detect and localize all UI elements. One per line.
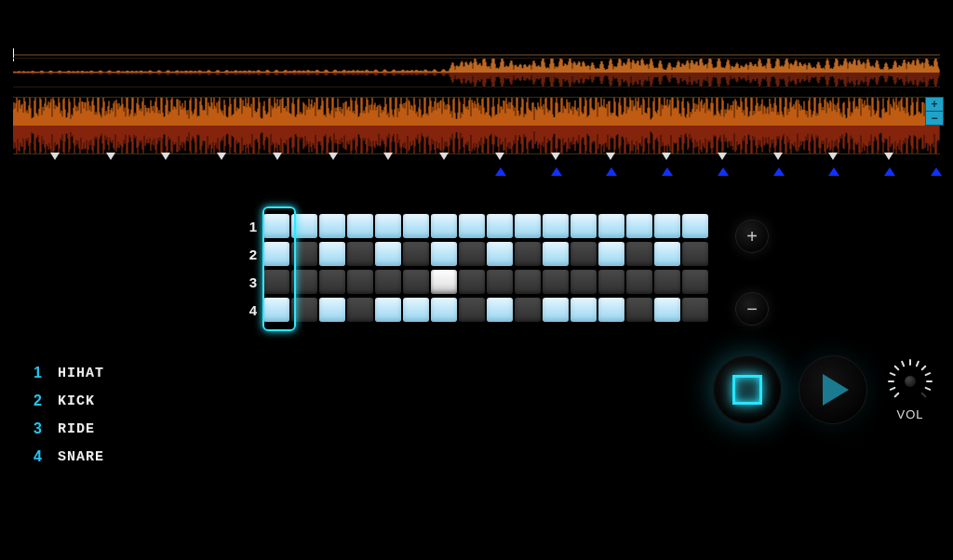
step-cell[interactable]	[347, 242, 373, 266]
beat-marker-down-icon	[884, 153, 893, 160]
step-cell[interactable]	[487, 214, 513, 238]
step-cell[interactable]	[515, 214, 541, 238]
beat-marker-up-icon	[931, 167, 942, 176]
step-cell[interactable]	[375, 242, 401, 266]
step-cell[interactable]	[459, 242, 485, 266]
row-number: 1	[244, 219, 257, 234]
step-cell[interactable]	[598, 298, 624, 322]
step-cell[interactable]	[515, 270, 541, 294]
step-cell[interactable]	[487, 298, 513, 322]
seq-row: 1	[244, 212, 709, 240]
step-cell[interactable]	[654, 214, 680, 238]
step-cell[interactable]	[375, 298, 401, 322]
step-cell[interactable]	[431, 270, 457, 294]
step-cell[interactable]	[626, 214, 652, 238]
beat-marker-down-icon	[329, 153, 338, 160]
seq-row: 2	[244, 240, 709, 268]
beat-marker-down-icon	[773, 153, 783, 160]
step-cell[interactable]	[487, 270, 513, 294]
volume-tick	[926, 380, 933, 382]
step-cell[interactable]	[291, 214, 317, 238]
step-cell[interactable]	[347, 214, 373, 238]
step-cell[interactable]	[598, 214, 624, 238]
step-cell[interactable]	[682, 298, 708, 322]
row-number: 4	[244, 302, 257, 318]
step-cell[interactable]	[570, 214, 597, 238]
step-cell[interactable]	[598, 270, 624, 294]
beat-markers-up	[13, 167, 940, 179]
step-cell[interactable]	[543, 214, 569, 238]
volume-tick	[920, 392, 926, 397]
step-cell[interactable]	[682, 214, 708, 238]
step-cell[interactable]	[515, 298, 541, 322]
step-cell[interactable]	[319, 214, 345, 238]
step-cell[interactable]	[487, 242, 513, 266]
step-cell[interactable]	[319, 270, 345, 294]
zoom-out-button[interactable]: −	[925, 112, 944, 126]
step-cell[interactable]	[459, 270, 485, 294]
step-cell[interactable]	[403, 242, 429, 266]
add-row-button[interactable]: +	[735, 220, 769, 253]
volume-tick	[888, 380, 894, 382]
knob-cap	[905, 376, 916, 387]
step-cell[interactable]	[654, 242, 680, 266]
step-cell[interactable]	[682, 270, 708, 294]
step-cell[interactable]	[626, 270, 652, 294]
beat-marker-down-icon	[495, 153, 504, 160]
step-cell[interactable]	[543, 298, 569, 322]
step-cell[interactable]	[263, 298, 289, 322]
legend-name: RIDE	[58, 421, 95, 437]
main-waveform[interactable]	[13, 97, 940, 154]
minus-icon: −	[746, 300, 758, 318]
row-number: 3	[244, 274, 257, 290]
step-cell[interactable]	[403, 270, 429, 294]
step-cell[interactable]	[459, 298, 485, 322]
step-cell[interactable]	[263, 270, 289, 294]
row-number: 2	[244, 247, 257, 262]
beat-marker-up-icon	[662, 167, 673, 176]
zoom-in-button[interactable]: +	[925, 97, 944, 112]
step-cell[interactable]	[263, 214, 289, 238]
volume-tick	[909, 359, 911, 366]
step-cell[interactable]	[319, 242, 345, 266]
step-cell[interactable]	[347, 270, 373, 294]
step-cell[interactable]	[570, 270, 597, 294]
step-cell[interactable]	[291, 298, 317, 322]
beat-marker-up-icon	[828, 167, 839, 176]
step-cell[interactable]	[654, 270, 680, 294]
step-cell[interactable]	[570, 298, 597, 322]
step-cell[interactable]	[291, 270, 317, 294]
overview-waveform[interactable]	[13, 58, 940, 87]
beat-marker-down-icon	[217, 153, 226, 160]
legend-number: 2	[34, 393, 58, 409]
step-cell[interactable]	[431, 214, 457, 238]
step-cell[interactable]	[263, 242, 289, 266]
stop-button[interactable]	[713, 355, 782, 424]
step-cell[interactable]	[375, 214, 401, 238]
step-cell[interactable]	[347, 298, 373, 322]
beat-marker-down-icon	[50, 153, 60, 160]
step-cell[interactable]	[543, 270, 569, 294]
step-cell[interactable]	[431, 298, 457, 322]
remove-row-button[interactable]: −	[735, 292, 769, 326]
step-cell[interactable]	[375, 270, 401, 294]
step-cell[interactable]	[543, 242, 569, 266]
seq-row: 3	[244, 268, 709, 296]
step-cell[interactable]	[515, 242, 541, 266]
volume-knob[interactable]	[888, 359, 933, 404]
step-cell[interactable]	[626, 242, 652, 266]
step-cell[interactable]	[431, 242, 457, 266]
step-cell[interactable]	[291, 242, 317, 266]
seq-row: 4	[244, 296, 709, 324]
step-cell[interactable]	[403, 298, 429, 322]
step-cell[interactable]	[319, 298, 345, 322]
beat-marker-down-icon	[662, 153, 671, 160]
play-button[interactable]	[799, 355, 867, 424]
step-cell[interactable]	[570, 242, 597, 266]
step-cell[interactable]	[403, 214, 429, 238]
step-cell[interactable]	[626, 298, 652, 322]
step-cell[interactable]	[459, 214, 485, 238]
step-cell[interactable]	[654, 298, 680, 322]
step-cell[interactable]	[682, 242, 708, 266]
step-cell[interactable]	[598, 242, 624, 266]
